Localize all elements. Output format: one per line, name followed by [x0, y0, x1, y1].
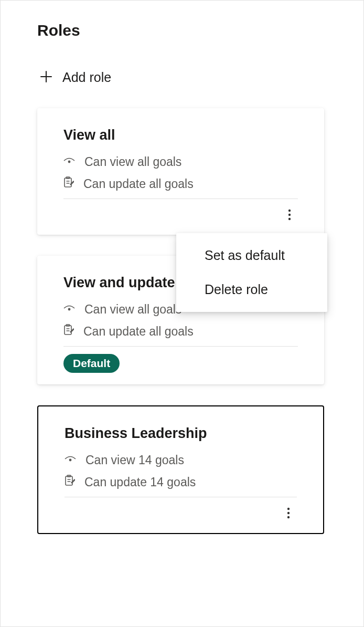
svg-point-5	[288, 218, 291, 220]
context-menu: Set as default Delete role	[176, 233, 327, 312]
permission-text: Can view all goals	[84, 302, 181, 317]
svg-point-14	[287, 516, 290, 518]
svg-rect-7	[65, 326, 71, 335]
svg-point-12	[287, 508, 290, 510]
role-title: Business Leadership	[65, 425, 297, 442]
menu-item-delete-role[interactable]: Delete role	[176, 273, 327, 307]
eye-icon	[63, 302, 75, 317]
permission-row: Can update all goals	[63, 176, 298, 191]
role-card[interactable]: Business Leadership Can view 14 goals Ca…	[37, 405, 324, 534]
default-badge: Default	[63, 354, 120, 373]
permission-text: Can update all goals	[83, 177, 194, 191]
vertical-dots-icon	[288, 209, 291, 221]
add-role-label: Add role	[62, 70, 111, 85]
add-role-button[interactable]: Add role	[40, 70, 324, 85]
card-footer	[65, 497, 297, 521]
more-options-button[interactable]	[281, 206, 298, 223]
permission-text: Can view all goals	[84, 155, 181, 169]
more-options-button[interactable]	[280, 505, 297, 521]
eye-icon	[65, 453, 76, 467]
permission-row: Can view all goals	[63, 155, 298, 169]
card-footer: Default	[63, 347, 298, 373]
permission-row: Can update 14 goals	[65, 475, 297, 489]
role-card[interactable]: View all Can view all goals Can update a…	[37, 108, 324, 235]
permission-text: Can update 14 goals	[84, 475, 196, 489]
eye-icon	[63, 155, 75, 169]
permission-text: Can update all goals	[83, 325, 194, 339]
menu-item-set-default[interactable]: Set as default	[176, 238, 327, 273]
permission-text: Can view 14 goals	[85, 453, 184, 467]
svg-rect-1	[65, 178, 71, 187]
roles-panel: Roles Add role View all Can view all goa…	[0, 0, 364, 627]
svg-point-3	[288, 210, 291, 212]
svg-point-9	[69, 459, 72, 462]
page-title: Roles	[37, 22, 324, 39]
clipboard-edit-icon	[63, 176, 74, 191]
card-footer	[63, 199, 298, 223]
svg-point-4	[288, 214, 291, 216]
plus-icon	[40, 70, 52, 85]
role-title: View all	[63, 127, 298, 143]
svg-point-0	[68, 161, 71, 163]
vertical-dots-icon	[287, 507, 290, 519]
svg-point-13	[287, 512, 290, 514]
svg-point-6	[68, 308, 71, 311]
clipboard-edit-icon	[63, 324, 74, 339]
permission-row: Can update all goals	[63, 324, 298, 339]
clipboard-edit-icon	[65, 475, 75, 489]
svg-rect-10	[66, 476, 72, 485]
permission-row: Can view 14 goals	[65, 453, 297, 467]
